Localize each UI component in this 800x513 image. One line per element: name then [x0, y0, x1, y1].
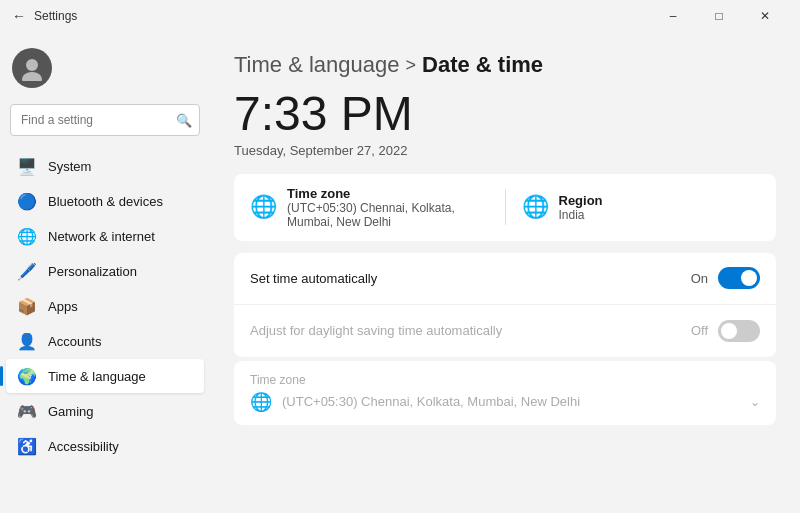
maximize-button[interactable]: □ — [696, 0, 742, 32]
current-date: Tuesday, September 27, 2022 — [234, 143, 776, 158]
time-language-icon: 🌍 — [18, 367, 36, 385]
daylight-saving-row: Adjust for daylight saving time automati… — [234, 305, 776, 357]
network-icon: 🌐 — [18, 227, 36, 245]
apps-icon: 📦 — [18, 297, 36, 315]
system-icon: 🖥️ — [18, 157, 36, 175]
region-value: India — [559, 208, 603, 222]
search-icon: 🔍 — [176, 113, 192, 128]
personalization-label: Personalization — [48, 264, 137, 279]
nav-container: 🖥️ System 🔵 Bluetooth & devices 🌐 Networ… — [0, 148, 210, 464]
auto-time-value: On — [691, 271, 708, 286]
bluetooth-label: Bluetooth & devices — [48, 194, 163, 209]
svg-point-0 — [26, 59, 38, 71]
sidebar-item-time-language[interactable]: 🌍 Time & language — [6, 359, 204, 393]
current-time: 7:33 PM — [234, 88, 776, 141]
daylight-saving-toggle-thumb — [721, 323, 737, 339]
region-info: 🌐 Region India — [522, 193, 761, 222]
breadcrumb-current: Date & time — [422, 52, 543, 78]
accessibility-label: Accessibility — [48, 439, 119, 454]
avatar — [12, 48, 52, 88]
personalization-icon: 🖊️ — [18, 262, 36, 280]
sidebar: 🔍 🖥️ System 🔵 Bluetooth & devices 🌐 Netw… — [0, 32, 210, 513]
app-body: 🔍 🖥️ System 🔵 Bluetooth & devices 🌐 Netw… — [0, 32, 800, 513]
breadcrumb-parent: Time & language — [234, 52, 400, 78]
search-input[interactable] — [10, 104, 200, 136]
title-bar-controls: – □ ✕ — [650, 0, 788, 32]
accounts-label: Accounts — [48, 334, 101, 349]
timezone-globe-icon: 🌐 — [250, 194, 277, 220]
region-label: Region — [559, 193, 603, 208]
tz-chevron-icon: ⌄ — [750, 395, 760, 409]
back-icon[interactable]: ← — [12, 8, 26, 24]
time-language-label: Time & language — [48, 369, 146, 384]
accounts-icon: 👤 — [18, 332, 36, 350]
settings-card: Set time automatically On Adjust for day… — [234, 253, 776, 357]
network-label: Network & internet — [48, 229, 155, 244]
sidebar-item-apps[interactable]: 📦 Apps — [6, 289, 204, 323]
timezone-value: (UTC+05:30) Chennai, Kolkata, Mumbai, Ne… — [287, 201, 489, 229]
timezone-info: 🌐 Time zone (UTC+05:30) Chennai, Kolkata… — [250, 186, 489, 229]
content-area: Time & language > Date & time 7:33 PM Tu… — [210, 32, 800, 513]
sidebar-item-network[interactable]: 🌐 Network & internet — [6, 219, 204, 253]
timezone-label: Time zone — [287, 186, 489, 201]
sidebar-item-accessibility[interactable]: ♿ Accessibility — [6, 429, 204, 463]
region-globe-icon: 🌐 — [522, 194, 549, 220]
daylight-saving-label: Adjust for daylight saving time automati… — [250, 323, 691, 338]
apps-label: Apps — [48, 299, 78, 314]
auto-time-row: Set time automatically On — [234, 253, 776, 305]
search-box: 🔍 — [10, 104, 200, 136]
timezone-dropdown-value[interactable]: (UTC+05:30) Chennai, Kolkata, Mumbai, Ne… — [282, 394, 740, 409]
minimize-button[interactable]: – — [650, 0, 696, 32]
daylight-saving-toggle[interactable] — [718, 320, 760, 342]
bluetooth-icon: 🔵 — [18, 192, 36, 210]
breadcrumb: Time & language > Date & time — [234, 52, 776, 78]
gaming-icon: 🎮 — [18, 402, 36, 420]
svg-point-1 — [22, 72, 42, 81]
system-label: System — [48, 159, 91, 174]
close-button[interactable]: ✕ — [742, 0, 788, 32]
sidebar-item-bluetooth[interactable]: 🔵 Bluetooth & devices — [6, 184, 204, 218]
sidebar-item-gaming[interactable]: 🎮 Gaming — [6, 394, 204, 428]
timezone-select-row: 🌐 (UTC+05:30) Chennai, Kolkata, Mumbai, … — [250, 391, 760, 413]
title-bar-title: Settings — [34, 9, 77, 23]
auto-time-toggle-thumb — [741, 270, 757, 286]
info-divider — [505, 189, 506, 225]
sidebar-header — [0, 40, 210, 104]
sidebar-item-system[interactable]: 🖥️ System — [6, 149, 204, 183]
daylight-saving-value: Off — [691, 323, 708, 338]
timezone-dropdown-label: Time zone — [250, 373, 760, 387]
info-row: 🌐 Time zone (UTC+05:30) Chennai, Kolkata… — [234, 174, 776, 241]
accessibility-icon: ♿ — [18, 437, 36, 455]
gaming-label: Gaming — [48, 404, 94, 419]
title-bar-left: ← Settings — [12, 8, 77, 24]
auto-time-label: Set time automatically — [250, 271, 691, 286]
title-bar: ← Settings – □ ✕ — [0, 0, 800, 32]
breadcrumb-separator: > — [406, 55, 417, 76]
auto-time-toggle[interactable] — [718, 267, 760, 289]
timezone-dropdown-card: Time zone 🌐 (UTC+05:30) Chennai, Kolkata… — [234, 361, 776, 425]
tz-globe-icon: 🌐 — [250, 391, 272, 413]
sidebar-item-accounts[interactable]: 👤 Accounts — [6, 324, 204, 358]
sidebar-item-personalization[interactable]: 🖊️ Personalization — [6, 254, 204, 288]
